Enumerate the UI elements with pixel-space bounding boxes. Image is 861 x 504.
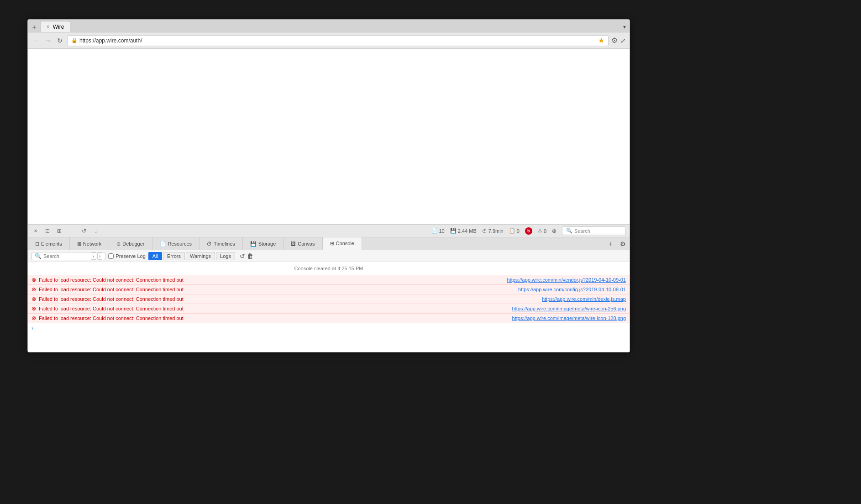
address-bar[interactable]: 🔒 https://app.wire.com/auth/ ★ — [67, 35, 609, 46]
browser-window: + × Wire ▾ ← → ↻ 🔒 https://app.wire.com/… — [27, 19, 630, 352]
error-icon-2: ⊗ — [31, 296, 36, 302]
devtools-location-icon[interactable]: ⊕ — [550, 227, 558, 235]
tab-debugger[interactable]: ⊙ Debugger — [109, 237, 152, 250]
error-url-0[interactable]: https://app.wire.com/min/vendor.js?2019-… — [507, 277, 626, 283]
tab-resources[interactable]: 📄 Resources — [152, 237, 200, 250]
ssl-icon: 🔒 — [71, 37, 78, 43]
devtools-reload-button[interactable]: ↺ — [80, 227, 88, 235]
error-message-3: Failed to load resource: Could not conne… — [39, 306, 184, 311]
filter-warnings-button[interactable]: Warnings — [186, 252, 215, 260]
error-row-1[interactable]: ⊗ Failed to load resource: Could not con… — [28, 285, 630, 294]
filter-all-button[interactable]: All — [148, 252, 162, 260]
log-icon: 📋 — [509, 228, 515, 234]
browser-settings-icon[interactable]: ⚙ — [611, 36, 618, 45]
reload-button[interactable]: ↻ — [55, 36, 64, 45]
preserve-log-label: Preserve Log — [116, 253, 145, 259]
error-left-1: ⊗ Failed to load resource: Could not con… — [31, 286, 184, 293]
error-url-2[interactable]: https://app.wire.com/min/dexie.js.map — [542, 296, 626, 302]
devtools-download-button[interactable]: ↓ — [92, 227, 100, 235]
console-reload-button[interactable]: ↺ — [240, 252, 245, 260]
tab-console[interactable]: ⊞ Console — [323, 237, 362, 250]
error-message-0: Failed to load resource: Could not conne… — [39, 277, 184, 283]
devtools-close-button[interactable]: × — [31, 227, 40, 235]
error-url-1[interactable]: https://app.wire.com/config.js?2019-04-1… — [518, 287, 626, 292]
canvas-icon: 🖼 — [291, 241, 296, 247]
console-toolbar: 🔍 ‹ › Preserve Log All Errors Warnings L… — [28, 250, 630, 262]
search-icon: 🔍 — [566, 228, 572, 234]
filter-buttons: All Errors Warnings Logs — [148, 252, 235, 260]
size-stat: 💾 2.44 MB — [450, 228, 477, 234]
size-value: 2.44 MB — [458, 228, 477, 234]
error-left-2: ⊗ Failed to load resource: Could not con… — [31, 296, 184, 302]
devtools-undock-button[interactable]: ⊡ — [43, 227, 52, 235]
tab-storage[interactable]: 💾 Storage — [243, 237, 284, 250]
requests-stat: 📄 10 — [431, 228, 445, 234]
warning-count: 0 — [544, 228, 546, 234]
error-row-2[interactable]: ⊗ Failed to load resource: Could not con… — [28, 294, 630, 304]
console-search-input[interactable] — [43, 253, 89, 259]
tab-bar: + × Wire ▾ — [28, 20, 630, 32]
console-label: Console — [336, 241, 354, 246]
time-value: 7.9min — [488, 228, 504, 234]
new-tab-button[interactable]: + — [30, 23, 39, 32]
error-message-1: Failed to load resource: Could not conne… — [39, 287, 184, 292]
browser-toolbar: ← → ↻ 🔒 https://app.wire.com/auth/ ★ ⚙ ⤢ — [28, 32, 630, 49]
console-cleared-message: Console cleared at 4:25:15 PM — [28, 262, 630, 275]
devtools-tabs: ⊟ Elements ⊠ Network ⊙ Debugger 📄 Resour… — [28, 237, 630, 250]
warning-icon: ⚠ — [538, 228, 542, 234]
elements-label: Elements — [41, 241, 62, 247]
console-prompt[interactable]: › — [28, 323, 630, 333]
error-url-4[interactable]: https://app.wire.com/image/meta/wire-ico… — [512, 315, 626, 321]
error-icon-3: ⊗ — [31, 305, 36, 312]
tab-elements[interactable]: ⊟ Elements — [28, 237, 70, 250]
tab-canvas[interactable]: 🖼 Canvas — [284, 237, 322, 250]
filter-errors-button[interactable]: Errors — [163, 252, 185, 260]
error-row-3[interactable]: ⊗ Failed to load resource: Could not con… — [28, 304, 630, 314]
console-search-icon: 🔍 — [35, 253, 42, 259]
error-icon-1: ⊗ — [31, 286, 36, 293]
console-actions: ↺ 🗑 — [240, 252, 253, 260]
filter-logs-button[interactable]: Logs — [216, 252, 235, 260]
back-button[interactable]: ← — [31, 36, 41, 45]
error-message-2: Failed to load resource: Could not conne… — [39, 296, 184, 302]
console-icon: ⊞ — [330, 241, 334, 247]
warning-stat: ⚠ 0 — [538, 228, 546, 234]
error-left-3: ⊗ Failed to load resource: Could not con… — [31, 305, 184, 312]
devtools-settings-button[interactable]: ⚙ — [616, 237, 630, 250]
devtools-add-tab-button[interactable]: + — [605, 237, 616, 250]
error-row-0[interactable]: ⊗ Failed to load resource: Could not con… — [28, 275, 630, 285]
error-icon-0: ⊗ — [31, 277, 36, 283]
error-url-3[interactable]: https://app.wire.com/image/meta/wire-ico… — [512, 306, 626, 311]
requests-count: 10 — [439, 228, 445, 234]
preserve-log-wrap: Preserve Log — [108, 253, 145, 259]
tab-title: Wire — [53, 24, 64, 30]
prompt-arrow-icon: › — [31, 325, 33, 331]
log-stat: 📋 0 — [509, 228, 520, 234]
tab-timelines[interactable]: ⏱ Timelines — [200, 237, 243, 250]
error-icon-4: ⊗ — [31, 315, 36, 321]
error-row-4[interactable]: ⊗ Failed to load resource: Could not con… — [28, 314, 630, 323]
fullscreen-icon[interactable]: ⤢ — [620, 37, 626, 44]
bookmark-icon[interactable]: ★ — [598, 36, 604, 45]
devtools-toolbar: × ⊡ ⊞ ↺ ↓ 📄 10 💾 2.44 MB ⏱ 7.9min — [28, 225, 630, 237]
tab-dropdown-button[interactable]: ▾ — [621, 22, 628, 32]
console-search-box[interactable]: 🔍 ‹ › — [31, 252, 105, 260]
preserve-log-checkbox[interactable] — [108, 253, 114, 259]
tab-close-button[interactable]: × — [47, 24, 49, 29]
devtools-search-input[interactable]: 🔍 Search — [562, 226, 626, 235]
error-badge: 5 — [525, 227, 532, 235]
tab-network[interactable]: ⊠ Network — [70, 237, 109, 250]
search-prev-button[interactable]: ‹ — [91, 252, 96, 260]
console-content: Console cleared at 4:25:15 PM ⊗ Failed t… — [28, 262, 630, 352]
browser-tab[interactable]: × Wire — [41, 21, 70, 32]
page-content — [28, 49, 630, 224]
forward-button[interactable]: → — [43, 36, 52, 45]
debugger-label: Debugger — [122, 241, 144, 247]
elements-icon: ⊟ — [35, 241, 39, 247]
timelines-label: Timelines — [214, 241, 235, 247]
console-clear-button[interactable]: 🗑 — [247, 252, 253, 260]
search-next-button[interactable]: › — [97, 252, 103, 260]
search-arrows: ‹ › — [91, 252, 102, 260]
log-count: 0 — [517, 228, 520, 234]
devtools-split-button[interactable]: ⊞ — [55, 227, 63, 235]
